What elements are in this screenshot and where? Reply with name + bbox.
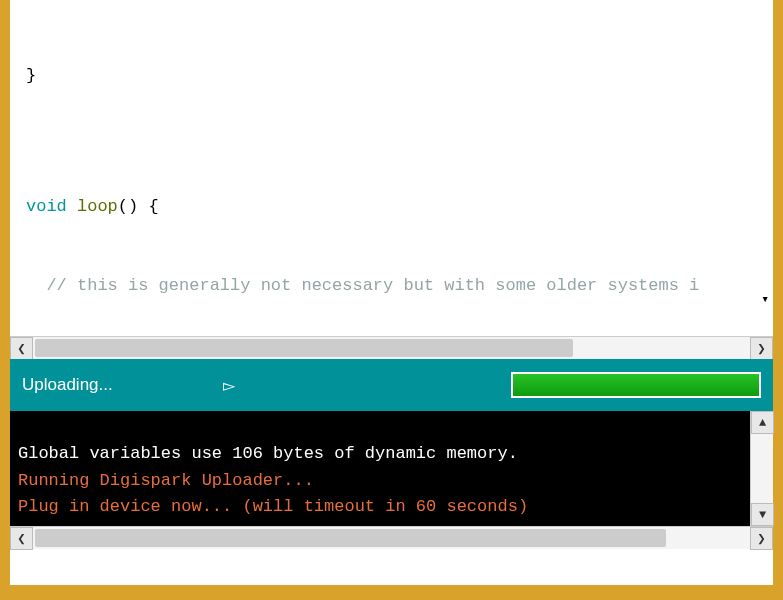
scroll-track[interactable] [33,527,750,549]
status-bar: Uploading... ▻ [10,359,773,411]
chevron-down-icon: ▼ [759,508,766,522]
chevron-up-icon: ▲ [759,416,766,430]
upload-progress-bar [511,372,761,398]
comment-text: // this is generally not necessary but w… [26,276,699,295]
scroll-thumb[interactable] [35,529,666,547]
chevron-right-icon: ❯ [757,340,765,357]
console-v-scrollbar[interactable]: ▲ ▼ [750,411,773,526]
scroll-up-button[interactable]: ▲ [751,411,774,434]
chevron-left-icon: ❮ [17,530,25,547]
scroll-right-button[interactable]: ❯ [750,527,773,550]
scroll-track[interactable] [751,434,773,503]
chevron-left-icon: ❮ [17,340,25,357]
editor-h-scrollbar[interactable]: ❮ ❯ [10,336,773,359]
keyword-void: void [26,197,67,216]
chevron-down-icon[interactable]: ▾ [761,290,769,310]
scroll-left-button[interactable]: ❮ [10,527,33,550]
cursor-icon: ▻ [223,376,235,395]
arduino-ide-window: } void loop() { // this is generally not… [10,0,773,585]
console-line: Global variables use 106 bytes of dynami… [18,441,765,467]
scroll-down-button[interactable]: ▼ [751,503,774,526]
scroll-left-button[interactable]: ❮ [10,337,33,360]
progress-fill [513,374,759,396]
chevron-right-icon: ❯ [757,530,765,547]
console-output[interactable]: Global variables use 106 bytes of dynami… [10,411,773,526]
console-line: Running Digispark Uploader... [18,468,765,494]
status-text: Uploading... [22,375,113,395]
scroll-track[interactable] [33,337,750,359]
scroll-right-button[interactable]: ❯ [750,337,773,360]
console-line: Plug in device now... (will timeout in 6… [18,494,765,520]
console-h-scrollbar[interactable]: ❮ ❯ [10,526,773,549]
code-editor[interactable]: } void loop() { // this is generally not… [10,0,773,336]
code-text: () { [118,197,159,216]
keyword-loop: loop [67,197,118,216]
code-text: } [26,66,36,85]
scroll-thumb[interactable] [35,339,573,357]
